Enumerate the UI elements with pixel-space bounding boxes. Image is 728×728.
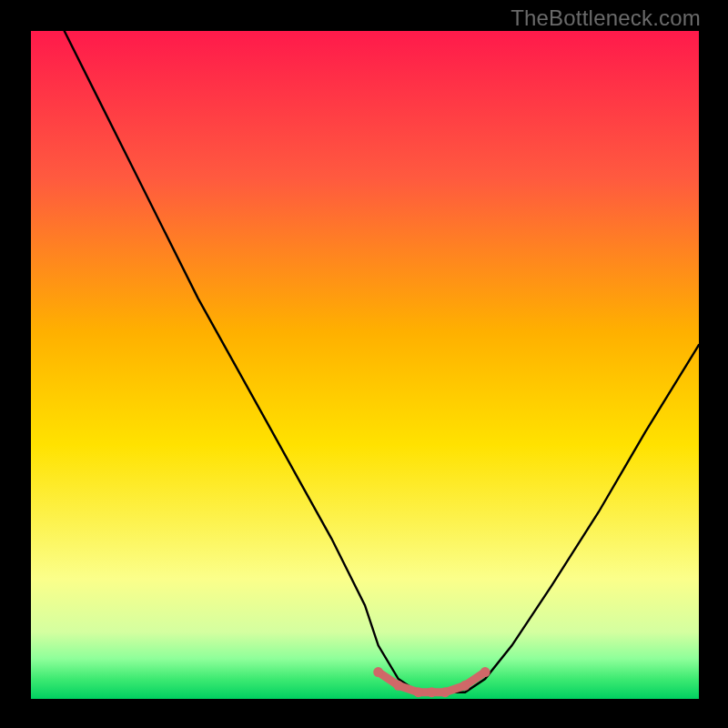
plot-area [31, 31, 699, 699]
svg-point-6 [460, 681, 470, 691]
svg-point-1 [373, 667, 383, 677]
svg-point-2 [393, 681, 403, 691]
watermark-text: TheBottleneck.com [511, 5, 701, 31]
svg-point-7 [480, 667, 490, 677]
chart-svg [31, 31, 699, 699]
svg-point-5 [440, 687, 450, 697]
svg-point-3 [413, 687, 423, 697]
valley-highlight [373, 667, 490, 697]
svg-point-4 [427, 687, 437, 697]
chart-frame: TheBottleneck.com [0, 0, 728, 728]
bottleneck-curve [65, 31, 699, 693]
